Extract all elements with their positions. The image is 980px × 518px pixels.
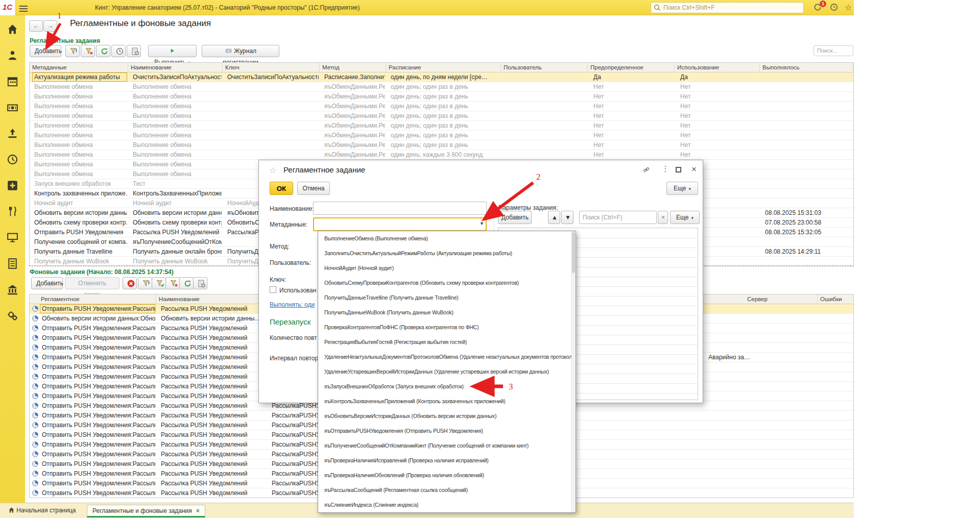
column-header[interactable]: Выполнялось [760, 63, 853, 72]
close-icon[interactable]: × [689, 164, 699, 175]
combo-dropdown-icon[interactable]: ▼ [480, 221, 484, 226]
filter-sort-icon-button[interactable] [65, 45, 80, 57]
param-search-input[interactable]: Поиск (Ctrl+F) [579, 211, 657, 224]
sidebar-tasks-icon[interactable] [7, 258, 19, 270]
maximize-icon[interactable] [676, 167, 681, 172]
refresh-icon-button[interactable] [179, 277, 194, 289]
column-header[interactable]: Наименование [128, 63, 223, 72]
column-header[interactable]: Регламентное [30, 294, 156, 304]
move-up-button[interactable]: ▲ [548, 211, 560, 224]
cancel-job-icon-button[interactable] [123, 277, 137, 289]
scheduled-job-row[interactable]: Выполнение обменаВыполнение обменаяъОбме… [30, 82, 853, 92]
column-header[interactable]: Сервер [745, 294, 818, 304]
scheduled-job-row[interactable]: Выполнение обменаВыполнение обменаяъОбме… [30, 121, 853, 131]
metadata-option[interactable]: яъКонтрольЗахваченныхПриложений (Контрол… [318, 394, 576, 409]
schedule-clock-icon-button[interactable] [111, 45, 126, 57]
job-log-icon-button[interactable] [127, 45, 141, 57]
global-search-input[interactable]: Поиск Ctrl+Shift+F [651, 2, 804, 13]
tab-close-icon[interactable]: × [196, 507, 200, 514]
tab-scheduled-jobs[interactable]: Регламентные и фоновые задания× [87, 505, 205, 517]
scheduled-job-row[interactable]: Актуализация режима работыОчиститьЗаписи… [30, 72, 853, 82]
cancel-search-button[interactable]: Отменить поиск [65, 277, 119, 289]
sidebar-plus-icon[interactable] [7, 180, 19, 192]
run-job-button[interactable]: Выполнить [148, 45, 197, 57]
favorite-star-icon[interactable]: ☆ [269, 165, 276, 175]
hamburger-menu-icon[interactable] [19, 4, 28, 11]
metadata-option[interactable]: НочнойАудит (Ночной аудит) [318, 261, 576, 276]
metadata-option[interactable]: ЗаполнитьОчиститьАктуальныйРежимРаботы (… [318, 246, 576, 261]
metadata-option[interactable]: ПолучитьДанныеWuBook (Получить данные Wu… [318, 305, 576, 320]
add-scheduled-job-button[interactable]: Добавить [30, 45, 61, 57]
sidebar-food-icon[interactable] [7, 206, 19, 218]
metadata-option[interactable]: УдалениеНеактуальныхДокументовПротоколов… [318, 350, 576, 364]
metadata-option[interactable]: яъСлияниеИндекса (Слияние индекса) [318, 498, 576, 512]
clear-search-icon[interactable]: × [658, 211, 668, 224]
sidebar-home-icon[interactable] [7, 23, 19, 36]
metadata-option[interactable]: яъПолучениеСообщенийОтКомпанииКинт (Полу… [318, 438, 576, 453]
column-header[interactable]: Метод [320, 63, 386, 72]
sidebar-bank-icon[interactable] [7, 284, 19, 296]
notifications-icon[interactable]: 1 [813, 3, 824, 14]
scheduled-search-input[interactable]: Поиск... [814, 45, 853, 56]
metadata-option[interactable]: яъПроверкаНаличияИсправлений (Проверка н… [318, 453, 576, 468]
column-header[interactable]: Ошибки [818, 294, 854, 304]
move-down-button[interactable]: ▼ [561, 211, 573, 224]
column-header[interactable]: Предопределенное [588, 63, 675, 72]
sidebar-exit-icon[interactable] [7, 128, 19, 140]
filter-clear-icon-button[interactable] [165, 277, 180, 289]
add-param-button[interactable]: Добавить [498, 211, 532, 224]
ok-button[interactable]: ОК [270, 182, 293, 195]
cancel-button[interactable]: Отмена [297, 182, 330, 195]
tab-home[interactable]: Начальная страница [3, 505, 81, 517]
dialog-more-button[interactable]: Еще [666, 182, 698, 195]
dropdown-scrollbar[interactable] [571, 231, 576, 512]
metadata-combobox[interactable]: ▼ [313, 217, 487, 231]
column-header[interactable]: Метаданные [30, 63, 128, 72]
metadata-option[interactable]: яъЗапускВнешнихОбработок (Запуск внешних… [318, 379, 576, 394]
job-log-icon-button[interactable] [193, 277, 207, 289]
registration-journal-button[interactable]: Журнал регистрации [202, 45, 279, 57]
refresh-icon-button[interactable] [96, 45, 110, 57]
filter-sort-icon-button[interactable] [138, 277, 152, 289]
metadata-option[interactable]: ПолучитьДанныеTravelline (Получить данны… [318, 290, 576, 305]
add-background-job-button[interactable]: Добавить [31, 277, 63, 289]
usage-checkbox[interactable] [270, 286, 276, 293]
name-input[interactable] [313, 202, 487, 215]
sidebar-devices-icon[interactable] [7, 232, 19, 244]
schedule-link[interactable]: Выполнять: оди [270, 301, 315, 308]
metadata-option[interactable]: яъРассылкаСообщений (Регламентная ссылка… [318, 483, 576, 498]
sidebar-people-icon[interactable] [7, 50, 19, 62]
metadata-option[interactable]: яъОбновитьВерсииИсторииДанных (Обновить … [318, 409, 576, 424]
metadata-option[interactable]: ПроверкаКонтрагентовПоФНС (Проверка конт… [318, 320, 576, 335]
column-header[interactable]: Расписание [386, 63, 501, 72]
metadata-option[interactable]: РегистрацияВыбытияГостей (Регистрация вы… [318, 335, 576, 350]
sidebar-clock-icon[interactable] [7, 154, 19, 166]
sidebar-settings-icon[interactable] [7, 310, 19, 322]
favorites-star-icon[interactable]: ☆ [843, 3, 854, 14]
scheduled-job-row[interactable]: Выполнение обменаВыполнение обменаяъОбме… [30, 131, 853, 140]
metadata-option[interactable]: ОбновитьСхемуПроверкиКонтрагентов (Обнов… [318, 276, 576, 290]
params-more-button[interactable]: Еще [670, 211, 700, 224]
scheduled-job-row[interactable]: Выполнение обменаВыполнение обменаяъОбме… [30, 150, 853, 160]
column-header[interactable]: Наименование [156, 294, 264, 304]
metadata-option[interactable]: яъПроверкаНаличияОбновлений (Проверка на… [318, 468, 576, 483]
sidebar-calendar-icon[interactable] [7, 76, 19, 88]
scheduled-job-row[interactable]: Выполнение обменаВыполнение обменаяъОбме… [30, 140, 853, 150]
metadata-option[interactable]: УдалениеУстаревшихВерсийИсторииДанных (У… [318, 364, 576, 379]
nav-forward-button[interactable]: → [43, 20, 57, 32]
metadata-option[interactable]: яъОтправитьPUSHУведомления (Отправить PU… [318, 424, 576, 438]
column-header[interactable]: Ключ [223, 63, 320, 72]
scheduled-job-row[interactable]: Выполнение обменаВыполнение обменаяъОбме… [30, 111, 853, 121]
filter-settings-icon-button[interactable] [152, 277, 166, 289]
sidebar-money-icon[interactable] [7, 102, 19, 114]
scheduled-job-row[interactable]: Выполнение обменаВыполнение обменаяъОбме… [30, 102, 853, 111]
column-header[interactable]: Использование [675, 63, 760, 72]
history-icon[interactable] [829, 3, 841, 14]
filter-clear-icon-button[interactable] [81, 45, 95, 57]
nav-back-button[interactable]: ← [29, 20, 43, 32]
kebab-menu-icon[interactable]: ⋮ [660, 164, 671, 174]
link-icon[interactable] [641, 166, 651, 175]
metadata-option[interactable]: ВыполнениеОбмена (Выполнение обмена) [318, 231, 576, 246]
scheduled-job-row[interactable]: Выполнение обменаВыполнение обменаяъОбме… [30, 92, 853, 102]
column-header[interactable]: Пользователь [501, 63, 588, 72]
